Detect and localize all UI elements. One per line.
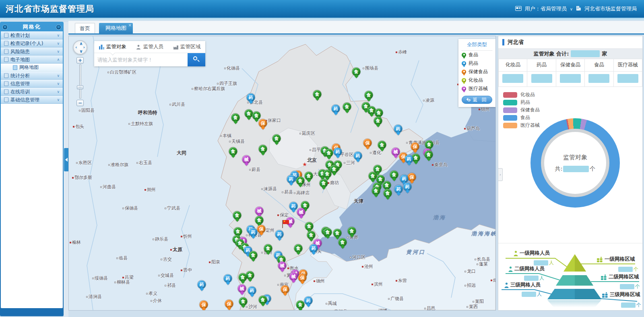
map-marker-药[interactable]: 药 [400,175,409,183]
map-marker-食[interactable]: 食 [296,301,305,309]
map-marker-保[interactable]: 保 [281,285,289,294]
map-marker-食[interactable]: 食 [383,181,391,189]
map-marker-食[interactable]: 食 [229,147,237,156]
zoom-slider-handle[interactable]: — [77,85,83,89]
map-marker-药[interactable]: 药 [198,280,206,289]
map-marker-保[interactable]: 保 [200,301,208,309]
map-marker-食[interactable]: 食 [425,140,433,149]
map-marker-药[interactable]: 药 [334,148,342,156]
map-marker-保[interactable]: 保 [259,119,267,128]
map-marker-食[interactable]: 食 [324,228,332,237]
map-marker-食[interactable]: 食 [343,103,351,111]
map-marker-保[interactable]: 保 [408,173,416,181]
sidebar-item[interactable]: 电子地图∧ [1,56,63,64]
map-marker-食[interactable]: 食 [372,187,380,195]
map-marker-药[interactable]: 药 [304,296,313,305]
map-marker-食[interactable]: 食 [234,227,242,236]
search-button[interactable] [188,53,205,66]
map-marker-药[interactable]: 药 [248,286,256,295]
map-marker-械[interactable]: 械 [297,208,305,216]
map-marker-药[interactable]: 药 [247,93,255,102]
zoom-in-button[interactable]: + [76,57,84,64]
map-marker-药[interactable]: 药 [394,125,402,133]
map-marker-食[interactable]: 食 [264,244,272,253]
sidebar-item[interactable]: 风险隐患∨ [1,47,63,56]
tab-close-icon[interactable]: × [128,23,132,27]
legend-item-食品[interactable]: 食品 [462,51,492,59]
map-marker-药[interactable]: 药 [310,244,318,253]
map-marker-食[interactable]: 食 [239,297,248,306]
sidebar-item[interactable]: 检查记录(个人)∨ [1,39,63,47]
map-marker-食[interactable]: 食 [313,90,322,99]
map-marker-保[interactable]: 保 [411,142,419,151]
map-marker-食[interactable]: 食 [305,172,313,180]
map-marker-食[interactable]: 食 [233,211,242,220]
map-marker-食[interactable]: 食 [239,273,247,282]
map-marker-食[interactable]: 食 [305,222,314,231]
map-marker-食[interactable]: 食 [294,244,303,253]
map-marker-食[interactable]: 食 [374,117,382,125]
tab-grid-map[interactable]: 网格地图 × [99,23,133,33]
map-marker-食[interactable]: 食 [378,141,386,149]
map-marker-械[interactable]: 械 [289,272,298,281]
map-marker-食[interactable]: 食 [249,251,258,259]
search-tab-supervision-area[interactable]: 监管区域 [168,43,205,50]
sidebar-collapse-dot-left[interactable] [2,25,8,30]
map-canvas[interactable]: 白云鄂博矿区固阳县包头呼和浩特土默特左旗武川县四子王旗察哈尔右翼后旗化德县围场县… [69,36,495,310]
sidebar-item[interactable]: 信息管理∨ [1,80,63,88]
legend-all-types-link[interactable]: 全部类型 [462,41,492,51]
map-marker-食[interactable]: 食 [259,145,267,153]
map-marker-药[interactable]: 药 [224,274,232,283]
map-marker-药[interactable]: 药 [354,152,362,160]
sidebar-item[interactable]: 检查计划∨ [1,31,63,39]
map-marker-食[interactable]: 食 [348,227,356,235]
map-marker-食[interactable]: 食 [296,177,305,185]
map-marker-食[interactable]: 食 [425,150,433,159]
map-marker-食[interactable]: 食 [255,216,264,224]
map-marker-食[interactable]: 食 [333,229,342,237]
legend-item-药品[interactable]: 药品 [462,59,492,68]
map-marker-食[interactable]: 食 [320,179,328,187]
map-marker-药[interactable]: 药 [289,202,298,210]
map-pan-control[interactable]: ∧∨ ‹› [73,40,87,55]
search-tab-supervision-staff[interactable]: 监管人员 [131,43,168,50]
sidebar-item[interactable]: 基础信息管理∨ [1,96,63,104]
search-input[interactable] [94,53,188,66]
map-marker-保[interactable]: 保 [298,274,307,282]
map-marker-食[interactable]: 食 [259,296,267,304]
map-marker-药[interactable]: 药 [332,105,340,113]
map-marker-食[interactable]: 食 [369,172,377,180]
map-marker-食[interactable]: 食 [384,189,392,198]
back-button[interactable]: 返 回 [462,96,492,104]
legend-item-医疗器械[interactable]: 医疗器械 [462,84,492,93]
org-name[interactable]: 河北省市场监督管理局 [584,5,637,12]
map-marker-药[interactable]: 药 [249,228,258,237]
map-marker-械[interactable]: 械 [392,148,400,156]
panel-collapse-handle[interactable]: › [498,168,503,181]
sidebar-item[interactable]: 在线培训∨ [1,88,63,96]
map-marker-食[interactable]: 食 [272,134,281,143]
map-marker-食[interactable]: 食 [231,113,240,122]
map-marker-保[interactable]: 保 [363,139,372,147]
legend-item-化妆品[interactable]: 化妆品 [462,76,492,84]
sidebar-collapse-dot-right[interactable] [56,25,61,30]
map-marker-食[interactable]: 食 [245,109,253,118]
zoom-slider-track[interactable] [79,64,81,99]
zoom-out-button[interactable]: − [76,100,84,106]
chevron-down-icon[interactable]: ∨ [570,7,573,11]
map-marker-药[interactable]: 药 [403,183,412,191]
map-marker-药[interactable]: 药 [394,185,403,193]
map-marker-食[interactable]: 食 [307,231,316,239]
map-marker-食[interactable]: 食 [323,170,332,178]
map-marker-食[interactable]: 食 [325,149,333,157]
map-marker-食[interactable]: 食 [390,171,398,179]
map-marker-械[interactable]: 械 [238,284,246,293]
tab-home[interactable]: 首页 [75,23,95,33]
map-marker-保[interactable]: 保 [225,300,233,308]
map-marker-食[interactable]: 食 [365,91,373,99]
sidebar-item[interactable]: 统计分析∨ [1,72,63,80]
map-marker-食[interactable]: 食 [352,68,361,76]
map-marker-保[interactable]: 保 [257,225,266,233]
legend-item-保健食品[interactable]: 保健食品 [462,68,492,76]
map-marker-食[interactable]: 食 [339,238,347,247]
